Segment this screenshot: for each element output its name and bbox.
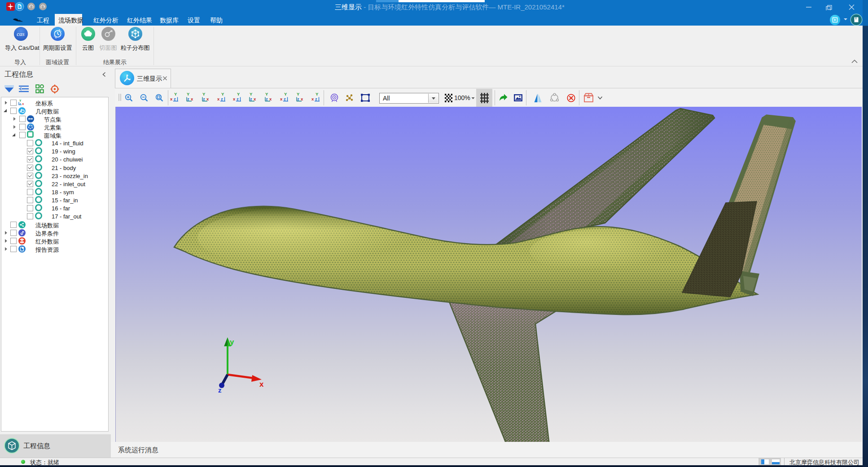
svg-text:x: x xyxy=(259,380,264,388)
svg-text:y: y xyxy=(230,338,234,346)
svg-text:x: x xyxy=(22,102,24,105)
svg-text:z: z xyxy=(218,386,222,394)
